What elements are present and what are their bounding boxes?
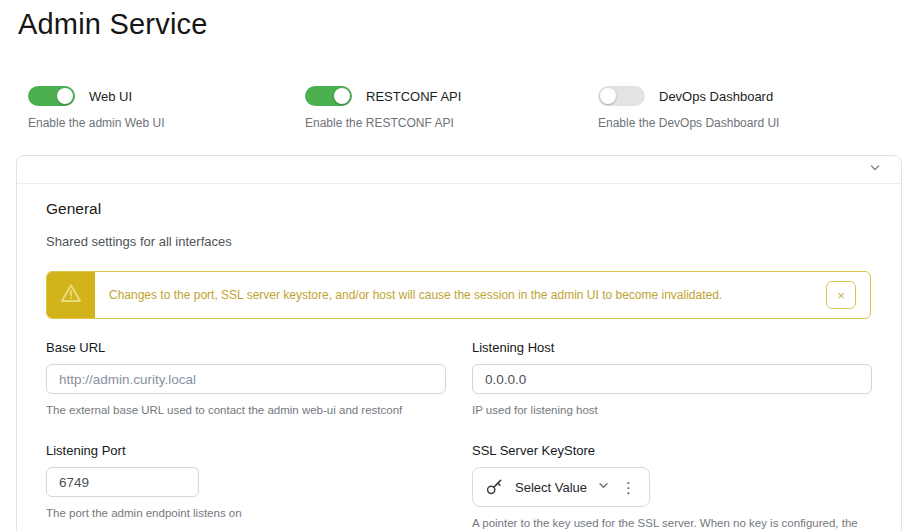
warning-dismiss-button[interactable]: ×: [826, 281, 856, 309]
restconf-api-toggle-label: RESTCONF API: [366, 89, 461, 104]
base-url-label: Base URL: [46, 340, 446, 355]
close-icon: ×: [837, 289, 845, 302]
kebab-menu-icon[interactable]: ⋮: [620, 480, 637, 495]
listening-port-helper: The port the admin endpoint listens on: [46, 505, 446, 522]
toggle-group-restconf: RESTCONF API Enable the RESTCONF API: [305, 86, 598, 130]
general-settings-card: General Shared settings for all interfac…: [16, 155, 902, 531]
settings-fields: Base URL The external base URL used to c…: [46, 340, 871, 531]
listening-port-field-group: Listening Port The port the admin endpoi…: [46, 443, 446, 531]
listening-host-helper: IP used for listening host: [472, 402, 872, 419]
devops-dashboard-toggle-label: DevOps Dashboard: [659, 89, 773, 104]
web-ui-toggle[interactable]: [28, 86, 75, 106]
section-title: General: [46, 200, 871, 218]
warning-message: Changes to the port, SSL server keystore…: [95, 272, 826, 318]
listening-host-field-group: Listening Host IP used for listening hos…: [472, 340, 872, 419]
listening-host-label: Listening Host: [472, 340, 872, 355]
key-icon: [485, 476, 505, 499]
devops-dashboard-toggle-description: Enable the DevOps Dashboard UI: [598, 116, 779, 130]
listening-port-label: Listening Port: [46, 443, 446, 458]
devops-dashboard-toggle[interactable]: [598, 86, 645, 106]
restconf-api-toggle[interactable]: [305, 86, 352, 106]
page-title: Admin Service: [18, 8, 208, 41]
warning-triangle-icon: [59, 282, 83, 308]
base-url-input[interactable]: [46, 364, 446, 394]
ssl-keystore-helper: A pointer to the key used for the SSL se…: [472, 515, 872, 531]
web-ui-toggle-label: Web UI: [89, 89, 132, 104]
section-subtitle: Shared settings for all interfaces: [46, 234, 871, 249]
toggle-knob: [600, 88, 616, 104]
chevron-down-icon: [597, 479, 610, 495]
warning-banner: Changes to the port, SSL server keystore…: [46, 271, 871, 319]
listening-port-input[interactable]: [46, 467, 199, 497]
ssl-keystore-select-button[interactable]: Select Value ⋮: [472, 467, 650, 507]
restconf-api-toggle-description: Enable the RESTCONF API: [305, 116, 598, 130]
toggle-knob: [57, 88, 73, 104]
chevron-down-icon: [867, 160, 883, 179]
ssl-keystore-label: SSL Server KeyStore: [472, 443, 872, 458]
listening-host-input[interactable]: [472, 364, 872, 394]
toggle-group-web-ui: Web UI Enable the admin Web UI: [28, 86, 305, 130]
base-url-helper: The external base URL used to contact th…: [46, 402, 446, 419]
collapse-section-button[interactable]: [865, 158, 885, 181]
web-ui-toggle-description: Enable the admin Web UI: [28, 116, 305, 130]
warning-iconbox: [47, 272, 95, 318]
toggle-group-devops: DevOps Dashboard Enable the DevOps Dashb…: [598, 86, 779, 130]
toggle-knob: [334, 88, 350, 104]
ssl-keystore-select-label: Select Value: [515, 480, 587, 495]
ssl-keystore-field-group: SSL Server KeyStore Select Value ⋮ A poi…: [472, 443, 872, 531]
service-toggles: Web UI Enable the admin Web UI RESTCONF …: [28, 86, 779, 130]
card-header: [17, 156, 901, 184]
base-url-field-group: Base URL The external base URL used to c…: [46, 340, 446, 419]
